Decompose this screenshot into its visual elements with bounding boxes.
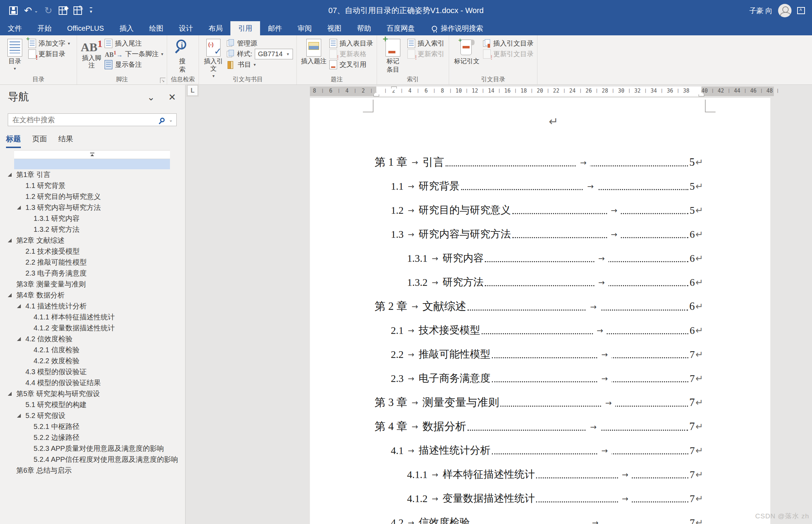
nav-item[interactable]: 第3章 测量变量与准则 [0, 279, 185, 290]
nav-item[interactable]: 4.4 模型的假设验证结果 [0, 377, 185, 388]
toc-entry[interactable]: 第 4 章→数据分析→7↵ [375, 414, 703, 438]
ribbon-tab-6[interactable]: 布局 [201, 21, 230, 35]
bibliography-button[interactable]: 书目 ▾ [227, 59, 293, 70]
nav-item[interactable]: 4.1.2 变量数据描述性统计 [0, 323, 185, 334]
collapse-triangle-icon[interactable] [8, 239, 12, 242]
ribbon-tab-9[interactable]: 审阅 [290, 21, 319, 35]
nav-item[interactable]: 4.1 描述性统计分析 [0, 301, 185, 312]
tab-stop-selector[interactable]: L [187, 85, 198, 96]
insert-endnote-button[interactable]: 插入尾注 [105, 38, 163, 49]
nav-item[interactable]: 第6章 总结与启示 [0, 465, 185, 476]
collapse-triangle-icon[interactable] [8, 293, 12, 297]
nav-tab-标题[interactable]: 标题 [6, 134, 21, 148]
ribbon-tab-8[interactable]: 邮件 [260, 21, 290, 35]
search-button[interactable]: 搜 索 [171, 38, 194, 73]
nav-item[interactable]: 第1章 引言 [0, 169, 185, 180]
toc-entry[interactable]: 2.1→技术接受模型→6↵ [375, 318, 703, 342]
mark-citation-button[interactable]: + 标记引文 [453, 38, 481, 65]
ribbon-tab-4[interactable]: 绘图 [141, 21, 171, 35]
document-search-input[interactable]: 在文档中搜索 ⌄ [8, 113, 177, 126]
nav-item[interactable]: 5.1 研究模型的构建 [0, 399, 185, 410]
ribbon-tab-3[interactable]: 插入 [112, 21, 141, 35]
nav-item[interactable]: 4.3 模型的假设验证 [0, 366, 185, 377]
toc-entry[interactable]: 4.1.2→变量数据描述性统计→7↵ [375, 487, 703, 511]
ribbon-display-options-icon[interactable] [797, 7, 805, 14]
ribbon-tab-0[interactable]: 文件 [0, 21, 30, 35]
nav-item[interactable]: 5.2.4 APP信任程度对使用意愿及满意度的影响 [0, 454, 185, 465]
insert-toa-button[interactable]: 插入引文目录 [483, 38, 534, 49]
toc-entry[interactable]: 1.1→研究背景→5↵ [375, 174, 703, 198]
ribbon-tab-2[interactable]: OfficePLUS [59, 21, 112, 35]
next-footnote-button[interactable]: AB1→ 下一条脚注 ▾ [105, 49, 163, 59]
update-toc-button[interactable]: ! 更新目录 [28, 49, 70, 59]
horizontal-ruler[interactable]: 8|6|4|2|2|4|6|8|10|12|14|16|18|20|22|24|… [310, 87, 774, 96]
nav-jump-top-row[interactable] [14, 150, 170, 159]
nav-item[interactable]: 5.2.3 APP质量对使用意愿及满意度的影响 [0, 443, 185, 454]
toc-entry[interactable]: 1.3.1→研究内容→6↵ [375, 246, 703, 270]
toc-entry[interactable]: 第 3 章→测量变量与准则→7↵ [375, 390, 703, 414]
nav-item[interactable]: 2.2 推敲可能性模型 [0, 257, 185, 268]
insert-footnote-button[interactable]: AB1 插入脚注 [81, 38, 102, 69]
insert-index-button[interactable]: 插入索引 [407, 38, 445, 49]
toc-button[interactable]: 目录 ▾ [4, 38, 26, 71]
nav-pane-options-chevron-icon[interactable]: ⌄ [147, 93, 155, 102]
collapse-triangle-icon[interactable] [17, 414, 21, 418]
cross-reference-button[interactable]: 交叉引用 [329, 59, 373, 70]
nav-item[interactable]: 第5章 研究架构与研究假设 [0, 388, 185, 399]
nav-item[interactable]: 5.2.1 中枢路径 [0, 421, 185, 432]
insert-caption-button[interactable]: 插入题注 [300, 38, 327, 65]
citation-style-select[interactable]: GB7714 ▾ [255, 49, 293, 59]
ribbon-tab-5[interactable]: 设计 [171, 21, 201, 35]
mark-entry-button[interactable]: + 标记 条目 [381, 38, 405, 73]
tell-me-search[interactable]: 操作说明搜索 [432, 21, 483, 35]
add-text-button[interactable]: + 添加文字 ▾ [28, 38, 70, 49]
toc-entry[interactable]: 1.2→研究目的与研究意义→5↵ [375, 198, 703, 222]
nav-item[interactable]: 4.1.1 样本特征描述性统计 [0, 312, 185, 323]
draw-table-button[interactable]: ◆ [59, 6, 67, 15]
insert-table-of-figures-button[interactable]: 插入表目录 [329, 38, 373, 49]
footnotes-dialog-launcher[interactable]: ↘ [160, 78, 165, 83]
ribbon-tab-10[interactable]: 视图 [319, 21, 349, 35]
undo-button[interactable]: ↶⌄ [24, 6, 38, 16]
nav-item[interactable]: 4.2 信效度检验 [0, 334, 185, 345]
toc-entry[interactable]: 2.2→推敲可能性模型→7↵ [375, 342, 703, 366]
collapse-triangle-icon[interactable] [8, 392, 12, 396]
save-button[interactable] [9, 6, 18, 15]
nav-item[interactable]: 4.2.2 效度检验 [0, 355, 185, 366]
edit-table-button[interactable]: ✎ [73, 6, 82, 15]
toc-entry[interactable]: 4.1→描述性统计分析→7↵ [375, 438, 703, 463]
nav-item[interactable]: 1.3.2 研究方法 [0, 224, 185, 235]
collapse-triangle-icon[interactable] [17, 337, 21, 341]
toc-entry[interactable]: 4.2→信效度检验→7↵ [375, 511, 703, 524]
nav-selected-row[interactable] [14, 159, 170, 169]
document-page[interactable]: ↵ 第 1 章→引言→5↵1.1→研究背景→5↵1.2→研究目的与研究意义→5↵… [310, 98, 770, 524]
nav-tab-结果[interactable]: 结果 [58, 134, 73, 148]
toc-entry[interactable]: 第 1 章→引言→5↵ [375, 150, 703, 174]
ribbon-tab-11[interactable]: 帮助 [349, 21, 379, 35]
ribbon-tab-1[interactable]: 开始 [30, 21, 59, 35]
ribbon-tab-7[interactable]: 引用 [230, 21, 260, 35]
nav-item[interactable]: 1.3.1 研究内容 [0, 213, 185, 224]
collapse-triangle-icon[interactable] [8, 173, 12, 177]
manage-sources-button[interactable]: 管理源 [227, 38, 293, 49]
nav-item[interactable]: 5.2.2 边缘路径 [0, 432, 185, 443]
nav-item[interactable]: 第2章 文献综述 [0, 235, 185, 246]
show-notes-button[interactable]: 显示备注 [105, 59, 163, 70]
nav-item[interactable]: 2.3 电子商务满意度 [0, 268, 185, 279]
redo-button[interactable]: ↻ [45, 6, 53, 16]
nav-tab-页面[interactable]: 页面 [32, 134, 47, 148]
insert-citation-button[interactable]: (-)✓ 插入引文 ▾ [202, 38, 225, 78]
chevron-down-icon[interactable]: ⌄ [169, 117, 173, 123]
ribbon-tab-12[interactable]: 百度网盘 [379, 21, 423, 35]
toc-entry[interactable]: 2.3→电子商务满意度→7↵ [375, 366, 703, 390]
nav-item[interactable]: 1.1 研究背景 [0, 180, 185, 191]
nav-item[interactable]: 4.2.1 信度检验 [0, 345, 185, 355]
toc-entry[interactable]: 4.1.1→样本特征描述性统计→7↵ [375, 463, 703, 487]
nav-item[interactable]: 第4章 数据分析 [0, 290, 185, 301]
collapse-triangle-icon[interactable] [17, 206, 21, 210]
nav-pane-close-icon[interactable]: ✕ [168, 93, 176, 102]
nav-item[interactable]: 5.2 研究假设 [0, 410, 185, 421]
collapse-triangle-icon[interactable] [17, 304, 21, 308]
toc-entry[interactable]: 第 2 章→文献综述→6↵ [375, 294, 703, 318]
toc-entry[interactable]: 1.3.2→研究方法→6↵ [375, 270, 703, 294]
